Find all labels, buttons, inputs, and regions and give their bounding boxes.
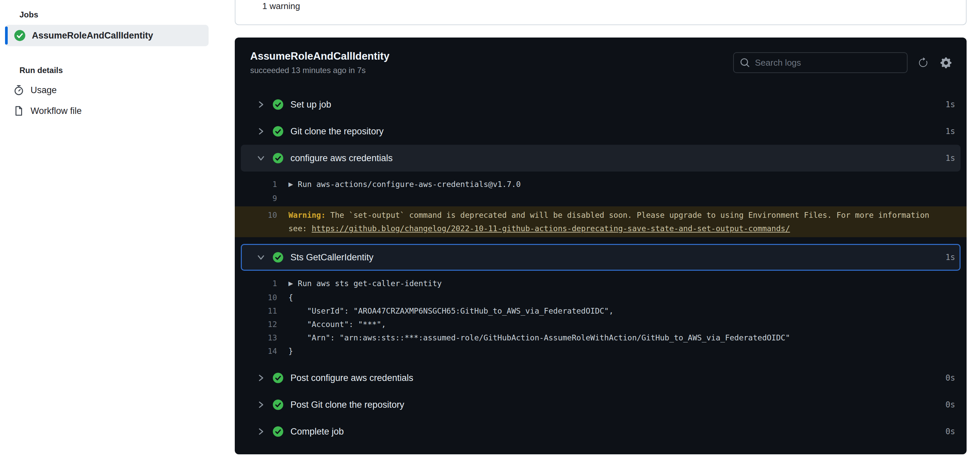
job-title: AssumeRoleAndCallIdentity xyxy=(250,50,390,62)
check-circle-icon xyxy=(272,372,284,384)
job-success-check-circle-icon xyxy=(14,30,26,41)
log-line: 11 "UserId": "AROA47CRZAXMP6NSGCH65:GitH… xyxy=(235,304,967,317)
chevron-right-icon xyxy=(256,373,266,382)
step-row-complete-job[interactable]: Complete job 0s xyxy=(235,418,967,445)
chevron-right-icon xyxy=(256,427,266,436)
warning-link[interactable]: https://github.blog/changelog/2022-10-11… xyxy=(312,224,790,233)
annotations-summary-card: 1 warning xyxy=(235,0,967,25)
warning-log-line: 10Warning: The `set-output` command is d… xyxy=(235,206,967,237)
log-line: 9 xyxy=(235,192,967,205)
job-log-panel: AssumeRoleAndCallIdentity succeeded 13 m… xyxy=(235,38,967,454)
log-line-number[interactable]: 9 xyxy=(235,192,277,205)
chevron-right-icon xyxy=(256,127,266,136)
warning-label: Warning: xyxy=(288,211,326,219)
step-log-output: 1▶Run aws sts get-caller-identity 10{ 11… xyxy=(235,271,967,365)
log-settings-button[interactable] xyxy=(939,55,953,70)
step-duration: 1s xyxy=(945,252,955,262)
check-circle-icon xyxy=(272,399,284,411)
log-search-box[interactable] xyxy=(733,52,908,73)
check-circle-icon xyxy=(272,426,284,437)
check-circle-icon xyxy=(272,252,284,263)
step-row-post-git-clone[interactable]: Post Git clone the repository 0s xyxy=(235,391,967,418)
step-duration: 1s xyxy=(945,100,955,109)
gear-icon xyxy=(940,57,951,68)
log-line: 12 "Account": "***", xyxy=(235,317,967,331)
sidebar-job-item[interactable]: AssumeRoleAndCallIdentity xyxy=(5,25,208,46)
log-line-number[interactable]: 1 xyxy=(235,277,277,291)
step-log-output: 1▶Run aws-actions/configure-aws-credenti… xyxy=(235,171,967,244)
log-line-number[interactable]: 10 xyxy=(235,208,277,235)
step-name: configure aws credentials xyxy=(290,153,393,163)
check-circle-icon xyxy=(272,125,284,137)
step-duration: 1s xyxy=(945,127,955,136)
log-line: 14} xyxy=(235,344,967,358)
selected-accent-bar xyxy=(5,27,8,44)
check-circle-icon xyxy=(272,99,284,110)
step-name: Post configure aws credentials xyxy=(290,373,413,383)
step-row-set-up-job[interactable]: Set up job 1s xyxy=(235,91,967,118)
main-content: 1 warning AssumeRoleAndCallIdentity succ… xyxy=(235,0,967,457)
search-logs-input[interactable] xyxy=(755,58,901,68)
chevron-down-icon xyxy=(256,154,266,163)
step-row-sts-getcalleridentity[interactable]: Sts GetCallerIdentity 1s xyxy=(241,244,961,271)
refresh-logs-button[interactable] xyxy=(916,55,931,70)
refresh-icon xyxy=(918,57,929,68)
step-name: Complete job xyxy=(290,427,344,437)
log-line-number[interactable]: 12 xyxy=(235,317,277,331)
run-details-header: Run details xyxy=(19,66,221,75)
job-status-subtitle: succeeded 13 minutes ago in 7s xyxy=(250,66,390,75)
group-toggle-icon[interactable]: ▶ xyxy=(288,280,293,287)
log-panel-header: AssumeRoleAndCallIdentity succeeded 13 m… xyxy=(235,38,967,84)
warnings-count-label: 1 warning xyxy=(262,1,300,11)
job-header-info: AssumeRoleAndCallIdentity succeeded 13 m… xyxy=(250,50,390,75)
log-line-number[interactable]: 10 xyxy=(235,291,277,304)
search-icon xyxy=(740,58,750,68)
log-line: 10{ xyxy=(235,291,967,304)
log-line-number[interactable]: 14 xyxy=(235,344,277,358)
log-panel-controls xyxy=(733,52,953,73)
log-text: "Arn": "arn:aws:sts::***:assumed-role/Gi… xyxy=(288,331,790,344)
step-name: Post Git clone the repository xyxy=(290,400,404,410)
group-toggle-icon[interactable]: ▶ xyxy=(288,181,293,187)
log-text: ▶Run aws sts get-caller-identity xyxy=(288,277,442,291)
step-duration: 0s xyxy=(945,400,955,409)
log-text: { xyxy=(288,291,293,304)
job-name: AssumeRoleAndCallIdentity xyxy=(32,30,153,41)
chevron-right-icon xyxy=(256,400,266,409)
chevron-down-icon xyxy=(256,252,266,262)
nav-label-workflow-file: Workflow file xyxy=(30,106,82,116)
chevron-right-icon xyxy=(256,100,266,109)
sidebar: Jobs AssumeRoleAndCallIdentity Run detai… xyxy=(0,0,221,457)
workflow-file-icon xyxy=(13,106,24,116)
step-duration: 0s xyxy=(945,373,955,382)
log-line: 13 "Arn": "arn:aws:sts::***:assumed-role… xyxy=(235,331,967,344)
step-name: Set up job xyxy=(290,100,331,110)
step-row-post-configure-aws-credentials[interactable]: Post configure aws credentials 0s xyxy=(235,365,967,391)
log-text: "UserId": "AROA47CRZAXMP6NSGCH65:GitHub_… xyxy=(288,304,613,317)
check-circle-icon xyxy=(272,152,284,164)
warning-text: Warning: The `set-output` command is dep… xyxy=(288,208,967,235)
log-line: 1▶Run aws sts get-caller-identity xyxy=(235,277,967,291)
log-line: 1▶Run aws-actions/configure-aws-credenti… xyxy=(235,178,967,192)
step-name: Git clone the repository xyxy=(290,126,384,137)
sidebar-item-usage[interactable]: Usage xyxy=(0,80,221,100)
log-line-number[interactable]: 13 xyxy=(235,331,277,344)
sidebar-item-workflow-file[interactable]: Workflow file xyxy=(0,100,221,121)
log-line-number[interactable]: 1 xyxy=(235,178,277,192)
step-duration: 1s xyxy=(945,154,955,163)
step-row-git-clone[interactable]: Git clone the repository 1s xyxy=(235,118,967,145)
log-text: } xyxy=(288,344,293,358)
jobs-section-header: Jobs xyxy=(19,10,221,19)
log-text: ▶Run aws-actions/configure-aws-credentia… xyxy=(288,178,521,192)
step-row-configure-aws-credentials[interactable]: configure aws credentials 1s xyxy=(241,145,961,171)
step-duration: 0s xyxy=(945,427,955,436)
step-name: Sts GetCallerIdentity xyxy=(290,252,374,263)
stopwatch-icon xyxy=(13,85,24,95)
log-text: "Account": "***", xyxy=(288,317,386,331)
step-list: Set up job 1s Git clone the repository 1… xyxy=(235,84,967,445)
nav-label-usage: Usage xyxy=(30,85,57,95)
log-line-number[interactable]: 11 xyxy=(235,304,277,317)
